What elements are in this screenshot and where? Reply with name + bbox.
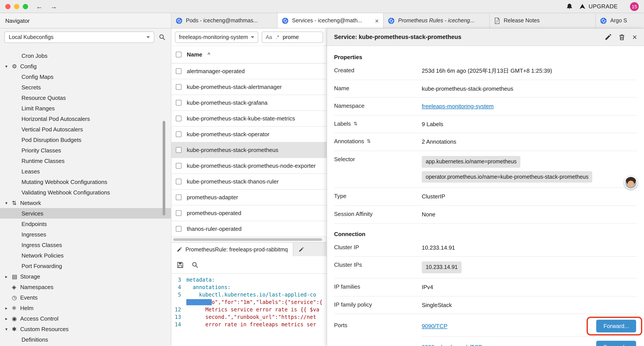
- forward-arrow-icon[interactable]: →: [50, 3, 57, 10]
- kubeconfig-dropdown[interactable]: Local Kubeconfigs: [4, 31, 154, 43]
- editor-line[interactable]: 4 annotations:: [172, 284, 326, 291]
- sidebar-item[interactable]: Services: [0, 208, 171, 219]
- editor-line[interactable]: 3metadata:: [172, 276, 326, 284]
- expand-collapse-icon[interactable]: ⇅: [367, 138, 371, 144]
- sidebar-item[interactable]: Access Control: [0, 313, 171, 324]
- table-row[interactable]: kube-prometheus-stack-prometheus-node-ex…: [172, 158, 326, 174]
- editor-line[interactable]: 14 error rate in freeleaps metrics ser: [172, 321, 326, 329]
- table-row[interactable]: prometheus-operated: [172, 205, 326, 221]
- yaml-editor[interactable]: 3metadata:4 annotations:5 kubectl.kubern…: [172, 274, 326, 346]
- editor-line[interactable]: 12 Metrics service error rate is {{ $va: [172, 306, 326, 314]
- dock-tab-prometheusrule[interactable]: PrometheusRule: freeleaps-prod-rabbitmq: [172, 243, 294, 256]
- notification-badge[interactable]: 15: [630, 2, 639, 11]
- user-avatar[interactable]: [624, 176, 638, 189]
- editor-line[interactable]: 13 second.","runbook_url":"https://net: [172, 314, 326, 321]
- port-link[interactable]: 8080:reloader-web/TCP: [422, 344, 482, 346]
- sidebar-item[interactable]: Resource Quotas: [0, 92, 171, 103]
- sidebar-item[interactable]: Cron Jobs: [0, 50, 171, 61]
- save-icon[interactable]: [177, 261, 184, 268]
- table-row[interactable]: kube-prometheus-stack-alertmanager: [172, 79, 326, 95]
- expand-arrow-icon[interactable]: [5, 274, 12, 279]
- annotations-count[interactable]: 2 Annotations: [422, 138, 637, 146]
- close-drawer-icon[interactable]: ×: [632, 33, 637, 41]
- editor-line[interactable]: 5 kubectl.kubernetes.io/last-applied-co: [172, 291, 326, 299]
- search-input[interactable]: [282, 34, 309, 40]
- match-case-toggle[interactable]: Aa: [266, 34, 272, 40]
- expand-arrow-icon[interactable]: [5, 64, 12, 68]
- sidebar-search-icon[interactable]: [159, 34, 166, 41]
- table-row[interactable]: kube-prometheus-stack-kube-state-metrics: [172, 111, 326, 127]
- row-checkbox[interactable]: [176, 100, 182, 106]
- expand-arrow-icon[interactable]: [5, 200, 12, 205]
- sidebar-item[interactable]: Ingress Classes: [0, 240, 171, 250]
- row-checkbox[interactable]: [176, 226, 182, 232]
- edit-pencil-icon[interactable]: [605, 33, 612, 40]
- sidebar-scrollbar[interactable]: [163, 121, 165, 216]
- tab-release-notes[interactable]: Release Notes: [490, 13, 596, 28]
- sidebar-item[interactable]: Limit Ranges: [0, 103, 171, 113]
- row-checkbox[interactable]: [176, 210, 182, 216]
- delete-trash-icon[interactable]: [619, 33, 625, 40]
- sidebar-item[interactable]: Pod Disruption Budgets: [0, 134, 171, 145]
- table-row[interactable]: kube-prometheus-stack-prometheus: [172, 142, 326, 158]
- expand-arrow-icon[interactable]: [5, 306, 12, 310]
- horizontal-scrollbar[interactable]: [172, 237, 326, 242]
- table-row[interactable]: prometheus-adapter: [172, 190, 326, 205]
- dock-tab-partial[interactable]: [294, 243, 326, 256]
- row-checkbox[interactable]: [176, 147, 182, 153]
- tab-services[interactable]: Services - icecheng@math... ×: [278, 13, 384, 28]
- tab-argo[interactable]: Argo S: [596, 13, 644, 28]
- table-row[interactable]: kube-prometheus-stack-grafana: [172, 95, 326, 111]
- sidebar-item[interactable]: Events: [0, 292, 171, 303]
- forward-button[interactable]: Forward...: [596, 320, 636, 333]
- forward-button[interactable]: Forward...: [596, 341, 636, 346]
- sort-ascending-icon[interactable]: ^: [208, 51, 210, 57]
- labels-count[interactable]: 9 Labels: [422, 120, 637, 128]
- table-row[interactable]: kube-prometheus-stack-thanos-ruler: [172, 174, 326, 190]
- sidebar-item[interactable]: Runtime Classes: [0, 155, 171, 166]
- sidebar-item[interactable]: Config: [0, 61, 171, 71]
- row-checkbox[interactable]: [176, 131, 182, 137]
- expand-collapse-icon[interactable]: ⇅: [354, 121, 358, 126]
- sidebar-item[interactable]: Mutating Webhook Configurations: [0, 177, 171, 187]
- row-checkbox[interactable]: [176, 116, 182, 121]
- editor-search-icon[interactable]: [192, 261, 198, 268]
- sidebar-item[interactable]: Vertical Pod Autoscalers: [0, 124, 171, 134]
- table-row[interactable]: alertmanager-operated: [172, 63, 326, 79]
- namespace-filter-dropdown[interactable]: freeleaps-monitoring-system: [175, 31, 258, 43]
- close-tab-icon[interactable]: ×: [375, 17, 379, 24]
- sidebar-item[interactable]: Secrets: [0, 82, 171, 92]
- tab-prometheus-rules[interactable]: Prometheus Rules - icecheng...: [384, 13, 490, 28]
- table-row[interactable]: kube-prometheus-stack-operator: [172, 127, 326, 142]
- row-checkbox[interactable]: [176, 163, 182, 169]
- select-all-checkbox[interactable]: [176, 52, 182, 57]
- sidebar-item[interactable]: Leases: [0, 166, 171, 177]
- sidebar-item[interactable]: Config Maps: [0, 71, 171, 82]
- sidebar-item[interactable]: Storage: [0, 271, 171, 282]
- table-row[interactable]: thanos-ruler-operated: [172, 221, 326, 237]
- expand-arrow-icon[interactable]: [5, 316, 12, 321]
- minimize-window-button[interactable]: [14, 4, 19, 9]
- row-checkbox[interactable]: [176, 194, 182, 200]
- expand-arrow-icon[interactable]: [5, 327, 12, 331]
- maximize-window-button[interactable]: [23, 4, 28, 9]
- name-column-header[interactable]: Name: [187, 51, 202, 58]
- sidebar-item[interactable]: Port Forwarding: [0, 261, 171, 271]
- namespace-link[interactable]: freeleaps-monitoring-system: [422, 103, 494, 109]
- tab-pods[interactable]: Pods - icecheng@mathmas...: [172, 13, 278, 28]
- sidebar-item[interactable]: Validating Webhook Configurations: [0, 187, 171, 198]
- sidebar-item[interactable]: Custom Resources: [0, 324, 171, 334]
- back-arrow-icon[interactable]: ←: [36, 3, 42, 10]
- sidebar-item[interactable]: Horizontal Pod Autoscalers: [0, 113, 171, 124]
- bell-icon[interactable]: [566, 3, 573, 10]
- sidebar-item[interactable]: Network Policies: [0, 250, 171, 261]
- upgrade-button[interactable]: UPGRADE: [579, 3, 618, 10]
- row-checkbox[interactable]: [176, 179, 182, 184]
- sidebar-item[interactable]: Priority Classes: [0, 145, 171, 155]
- editor-line[interactable]: o","for":"1m","labels":{"service":{: [172, 299, 326, 306]
- sidebar-item[interactable]: Ingresses: [0, 229, 171, 240]
- close-window-button[interactable]: [5, 4, 10, 9]
- sidebar-item[interactable]: Endpoints: [0, 219, 171, 229]
- sidebar-item[interactable]: Network: [0, 198, 171, 208]
- sidebar-item[interactable]: Definitions: [0, 334, 171, 345]
